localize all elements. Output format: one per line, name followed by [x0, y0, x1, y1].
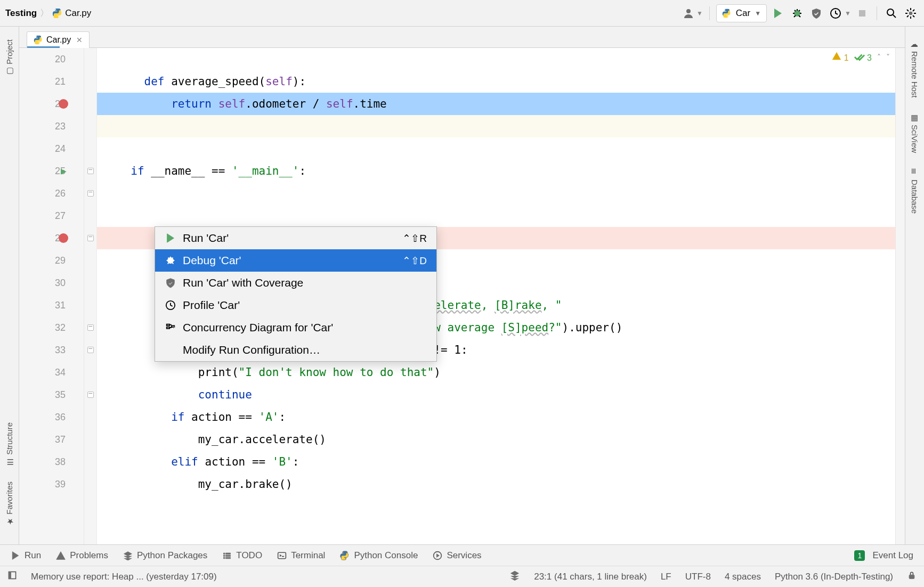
stop-button[interactable] — [854, 5, 870, 21]
fold-handle[interactable] — [84, 227, 96, 249]
gutter-line[interactable]: 29 — [19, 249, 84, 272]
context-menu-item[interactable]: Profile 'Car' — [155, 294, 436, 316]
gutter-line[interactable]: 30 — [19, 272, 84, 294]
coverage-button[interactable] — [808, 5, 824, 21]
chevron-down-icon[interactable]: ▼ — [696, 10, 703, 17]
gutter-line[interactable]: 38 — [19, 451, 84, 473]
code-line[interactable] — [97, 205, 895, 227]
ok-indicator[interactable]: 3 — [854, 52, 872, 63]
gutter-line[interactable]: 26 — [19, 182, 84, 205]
gutter-line[interactable]: 27 — [19, 205, 84, 227]
gutter-line[interactable]: 39 — [19, 473, 84, 495]
gutter-line[interactable]: 37 — [19, 428, 84, 451]
debug-button[interactable] — [789, 5, 805, 21]
context-menu-item[interactable]: Run 'Car'⌃⇧R — [155, 227, 436, 249]
code-line[interactable]: return self.odometer / self.time — [97, 93, 895, 115]
bottom-tab-python-packages[interactable]: Python Packages — [123, 550, 207, 561]
bottom-tab-services[interactable]: Services — [433, 550, 481, 561]
run-config-select[interactable]: Car ▼ — [716, 4, 767, 22]
fold-handle[interactable] — [84, 272, 96, 294]
gutter-line[interactable]: 35 — [19, 384, 84, 406]
fold-handle[interactable] — [84, 249, 96, 272]
code-line[interactable] — [97, 182, 895, 205]
tool-tab-sciview[interactable]: ▦ SciView — [910, 113, 919, 153]
fold-handle[interactable] — [84, 316, 96, 339]
inspection-indicators[interactable]: 1 3 ˄ ˅ — [832, 51, 890, 63]
warning-indicator[interactable]: 1 — [832, 51, 848, 63]
fold-handle[interactable] — [84, 93, 96, 115]
settings-button[interactable] — [903, 5, 919, 21]
status-encoding[interactable]: UTF-8 — [685, 572, 711, 582]
fold-handle[interactable] — [84, 473, 96, 495]
margins-button[interactable] — [7, 570, 17, 583]
error-stripe[interactable] — [895, 48, 905, 544]
fold-column[interactable] — [84, 48, 97, 544]
gutter-line[interactable]: 24 — [19, 137, 84, 160]
status-line-separator[interactable]: LF — [661, 572, 671, 582]
context-menu-item[interactable]: Modify Run Configuration… — [155, 339, 436, 361]
tool-tab-database[interactable]: ≣ Database — [910, 168, 919, 214]
gutter-line[interactable]: 20 — [19, 48, 84, 70]
lock-button[interactable] — [907, 570, 917, 583]
add-user-button[interactable] — [680, 5, 696, 21]
gutter-line[interactable]: 31 — [19, 294, 84, 316]
fold-handle[interactable] — [84, 205, 96, 227]
code-line[interactable]: print("I don't know how to do that") — [97, 361, 895, 384]
fold-handle[interactable] — [84, 339, 96, 361]
bottom-tab-python-console[interactable]: Python Console — [340, 550, 418, 561]
fold-handle[interactable] — [84, 48, 96, 70]
breakpoint-icon[interactable] — [59, 99, 68, 109]
gutter-line[interactable]: 36 — [19, 406, 84, 428]
bottom-tab-problems[interactable]: Problems — [56, 550, 108, 561]
context-menu-item[interactable]: Run 'Car' with Coverage — [155, 272, 436, 294]
search-button[interactable] — [884, 5, 899, 21]
fold-handle[interactable] — [84, 182, 96, 205]
code-line[interactable] — [97, 115, 895, 137]
code-line[interactable]: elif action == 'B': — [97, 451, 895, 473]
next-highlight-button[interactable]: ˅ — [886, 53, 890, 61]
prev-highlight-button[interactable]: ˄ — [877, 53, 881, 61]
tool-tab-favorites[interactable]: ★ Favorites — [5, 482, 14, 526]
run-button[interactable] — [770, 5, 786, 21]
gutter-line[interactable]: 21 — [19, 70, 84, 93]
tool-tab-project[interactable]: ▢ Project — [5, 39, 14, 76]
code-area[interactable]: 1 3 ˄ ˅ def average_speed(self): return … — [97, 48, 895, 544]
status-caret-position[interactable]: 23:1 (41 chars, 1 line break) — [534, 572, 647, 582]
fold-handle[interactable] — [84, 115, 96, 137]
fold-handle[interactable] — [84, 451, 96, 473]
fold-handle[interactable] — [84, 294, 96, 316]
code-line[interactable]: my_car.brake() — [97, 473, 895, 495]
code-line[interactable]: if __name__ == '__main__': — [97, 160, 895, 182]
code-line[interactable]: def average_speed(self): — [97, 70, 895, 93]
gutter-line[interactable]: 34 — [19, 361, 84, 384]
tool-tab-remote-host[interactable]: ☁ Remote Host — [910, 39, 919, 98]
code-line[interactable]: if action == 'A': — [97, 406, 895, 428]
fold-handle[interactable] — [84, 428, 96, 451]
code-line[interactable]: continue — [97, 384, 895, 406]
breakpoint-icon[interactable] — [59, 233, 68, 243]
code-editor[interactable]: 202122232425▶262728293031323334353637383… — [19, 48, 905, 544]
chevron-down-icon[interactable]: ▼ — [845, 10, 851, 17]
file-tab[interactable]: Car.py ✕ — [27, 31, 90, 48]
breadcrumb-project[interactable]: Testing — [5, 8, 37, 19]
gutter-line[interactable]: 25▶ — [19, 160, 84, 182]
run-gutter-icon[interactable]: ▶ — [61, 167, 67, 175]
fold-handle[interactable] — [84, 361, 96, 384]
tool-tab-structure[interactable]: ☰ Structure — [5, 422, 14, 467]
context-menu-item[interactable]: Concurrency Diagram for 'Car' — [155, 316, 436, 339]
fold-handle[interactable] — [84, 406, 96, 428]
status-memory[interactable]: Memory use report: Heap ... (yesterday 1… — [31, 572, 217, 582]
event-log-button[interactable]: 1 Event Log — [854, 550, 913, 561]
gutter-line[interactable]: 33 — [19, 339, 84, 361]
fold-handle[interactable] — [84, 160, 96, 182]
gutter-line[interactable]: 32 — [19, 316, 84, 339]
sync-icon[interactable] — [509, 570, 520, 583]
close-tab-button[interactable]: ✕ — [76, 36, 83, 44]
code-line[interactable]: my_car.accelerate() — [97, 428, 895, 451]
bottom-tab-terminal[interactable]: Terminal — [277, 550, 325, 561]
status-interpreter[interactable]: Python 3.6 (In-Depth-Testing) — [775, 572, 893, 582]
bottom-tab-run[interactable]: Run — [11, 550, 41, 561]
context-menu-item[interactable]: Debug 'Car'⌃⇧D — [155, 249, 436, 272]
fold-handle[interactable] — [84, 70, 96, 93]
code-line[interactable] — [97, 48, 895, 70]
